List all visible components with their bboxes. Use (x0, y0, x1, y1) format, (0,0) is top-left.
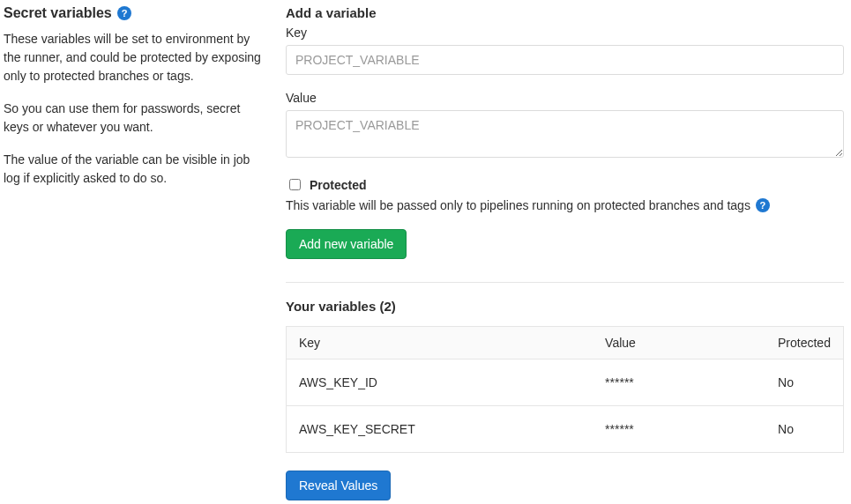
help-icon[interactable]: ? (756, 198, 770, 212)
value-label: Value (286, 91, 844, 105)
cell-key: AWS_KEY_ID (287, 359, 593, 406)
section-title-text: Secret variables (4, 5, 112, 20)
cell-value: ****** (593, 359, 765, 406)
section-desc-2: So you can use them for passwords, secre… (4, 100, 261, 137)
cell-protected: No (765, 406, 843, 453)
table-header-row: Key Value Protected (287, 327, 844, 359)
col-header-protected: Protected (765, 327, 843, 359)
key-input[interactable] (286, 45, 844, 75)
help-icon[interactable]: ? (117, 6, 131, 20)
col-header-value: Value (593, 327, 765, 359)
protected-help-text: This variable will be passed only to pip… (286, 196, 844, 215)
your-variables-heading: Your variables (2) (286, 299, 844, 314)
section-desc-1: These variables will be set to environme… (4, 30, 261, 85)
cell-value: ****** (593, 406, 765, 453)
col-header-key: Key (287, 327, 593, 359)
add-variable-button[interactable]: Add new variable (286, 229, 407, 259)
table-row: AWS_KEY_SECRET ****** No (287, 406, 844, 453)
table-row: AWS_KEY_ID ****** No (287, 359, 844, 406)
protected-checkbox-row: Protected (286, 176, 844, 193)
cell-protected: No (765, 359, 843, 406)
key-label: Key (286, 26, 844, 40)
section-title: Secret variables ? (4, 5, 261, 21)
variables-table: Key Value Protected AWS_KEY_ID ****** No… (286, 326, 844, 453)
protected-help-text-content: This variable will be passed only to pip… (286, 198, 750, 212)
protected-label[interactable]: Protected (310, 178, 367, 192)
value-input[interactable] (286, 110, 844, 158)
divider (286, 282, 844, 283)
add-variable-heading: Add a variable (286, 5, 844, 20)
section-desc-3: The value of the variable can be visible… (4, 151, 261, 188)
protected-checkbox[interactable] (289, 179, 301, 190)
cell-key: AWS_KEY_SECRET (287, 406, 593, 453)
reveal-values-button[interactable]: Reveal Values (286, 471, 391, 500)
